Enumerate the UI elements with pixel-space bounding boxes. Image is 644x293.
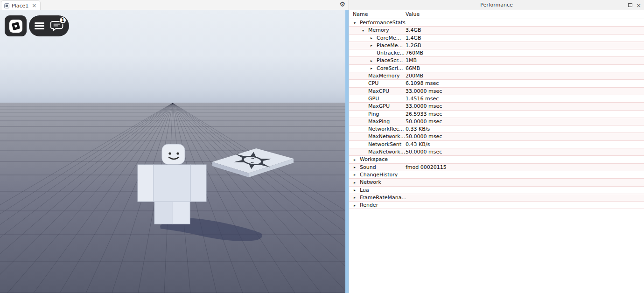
row-name: MaxNetwork... <box>368 149 405 155</box>
row-name: CoreMe... <box>377 35 401 41</box>
table-row[interactable]: ▾Memory3.4GB <box>349 27 644 34</box>
place-file-icon <box>4 3 9 8</box>
panel-title: Performance <box>480 2 513 8</box>
column-header-value[interactable]: Value <box>406 11 420 17</box>
row-name: MaxMemory <box>368 73 399 79</box>
row-name: MaxGPU <box>368 103 390 109</box>
roblox-home-button[interactable] <box>5 15 27 36</box>
row-name: NetworkRec... <box>368 126 404 132</box>
gear-icon[interactable]: ⚙ <box>339 0 345 8</box>
row-name: PlaceMe... <box>377 42 403 49</box>
row-value: 50.0000 msec <box>406 118 442 125</box>
row-name: MaxCPU <box>368 88 389 94</box>
table-row[interactable]: MaxGPU33.0000 msec <box>349 103 644 110</box>
chevron-right-icon[interactable]: ▸ <box>354 202 360 209</box>
menu-icon[interactable] <box>35 22 44 29</box>
table-row[interactable]: Untracke...760MB <box>349 49 644 57</box>
panel-titlebar[interactable]: Performance × <box>349 0 644 10</box>
chevron-right-icon[interactable]: ▸ <box>371 65 377 72</box>
row-name: CoreScri... <box>377 65 403 71</box>
game-viewport[interactable]: 1 <box>0 10 345 293</box>
row-value: 3.4GB <box>406 27 421 34</box>
table-row[interactable]: ▸PlaceMe...1.2GB <box>349 42 644 49</box>
row-name: PerformanceStats <box>360 20 406 26</box>
scene-graphics <box>0 10 345 293</box>
row-name: MaxNetwork... <box>368 133 405 140</box>
row-value: 1.2GB <box>406 42 421 49</box>
row-value: 0.43 KB/s <box>406 141 430 148</box>
menu-pill[interactable]: 1 <box>29 15 69 36</box>
row-value: 6.1098 msec <box>406 80 439 87</box>
row-value: 33.0000 msec <box>406 88 442 95</box>
row-value: 33.0000 msec <box>406 103 442 110</box>
row-value: 1.4GB <box>406 35 421 42</box>
row-name: Memory <box>368 27 389 33</box>
tab-bar: Place1 × ⚙ <box>0 0 349 10</box>
chat-button[interactable]: 1 <box>50 21 63 31</box>
table-row[interactable]: ▸Soundfmod 00020115 <box>349 164 644 171</box>
chevron-down-icon[interactable]: ▾ <box>354 20 360 27</box>
table-header: Name Value <box>349 10 644 19</box>
row-name: NetworkSent <box>368 141 401 147</box>
table-row[interactable]: ▾PerformanceStats <box>349 19 644 27</box>
tab-label: Place1 <box>12 3 28 9</box>
table-row[interactable]: MaxMemory200MB <box>349 72 644 80</box>
chevron-right-icon[interactable]: ▸ <box>354 164 360 171</box>
table-row[interactable]: NetworkRec...0.33 KB/s <box>349 126 644 133</box>
table-row[interactable]: NetworkSent0.43 KB/s <box>349 141 644 148</box>
table-row[interactable]: MaxNetwork...50.0000 msec <box>349 133 644 140</box>
chevron-right-icon[interactable]: ▸ <box>354 187 360 194</box>
chevron-right-icon[interactable]: ▸ <box>354 171 360 178</box>
table-row[interactable]: Ping26.5933 msec <box>349 111 644 118</box>
row-name: CPU <box>368 80 378 86</box>
table-row[interactable]: MaxPing50.0000 msec <box>349 118 644 126</box>
row-value: 1MB <box>406 57 417 64</box>
row-name: PlaceScr... <box>377 57 403 63</box>
table-row[interactable]: ▸CoreMe...1.4GB <box>349 35 644 42</box>
table-row[interactable]: ▸Workspace <box>349 156 644 163</box>
row-value: 1.4516 msec <box>406 95 439 102</box>
chevron-right-icon[interactable]: ▸ <box>371 57 377 64</box>
row-name: Untracke... <box>377 50 405 56</box>
row-name: Workspace <box>360 156 388 162</box>
performance-panel: Performance × Name Value ▾PerformanceSta… <box>349 0 644 293</box>
table-row[interactable]: CPU6.1098 msec <box>349 80 644 87</box>
tab-close-icon[interactable]: × <box>32 3 36 8</box>
row-value: 760MB <box>406 49 423 56</box>
column-divider[interactable] <box>403 10 403 19</box>
close-icon[interactable]: × <box>636 2 641 8</box>
table-row[interactable]: ▸PlaceScr...1MB <box>349 57 644 64</box>
viewport-panel-divider[interactable] <box>345 10 349 293</box>
table-row[interactable]: GPU1.4516 msec <box>349 95 644 103</box>
table-row[interactable]: ▸Network <box>349 179 644 186</box>
table-row[interactable]: ▸Render <box>349 202 644 209</box>
row-value: 0.33 KB/s <box>406 126 430 133</box>
player-character <box>138 144 206 224</box>
row-value: 50.0000 msec <box>406 148 442 155</box>
row-value: 26.5933 msec <box>406 111 442 118</box>
chevron-right-icon[interactable]: ▸ <box>371 35 377 42</box>
row-name: Ping <box>368 111 379 117</box>
row-name: Network <box>360 179 381 185</box>
table-row[interactable]: ▸FrameRateMana... <box>349 194 644 202</box>
row-name: FrameRateMana... <box>360 195 406 201</box>
spawn-platform <box>212 148 294 177</box>
column-header-name[interactable]: Name <box>353 11 368 17</box>
table-row[interactable]: MaxNetwork...50.0000 msec <box>349 148 644 156</box>
table-row[interactable]: ▸Lua <box>349 187 644 194</box>
float-window-icon[interactable] <box>628 3 632 7</box>
row-value: 200MB <box>406 72 423 79</box>
chevron-down-icon[interactable]: ▾ <box>362 27 368 34</box>
row-value: 66MB <box>406 65 420 72</box>
chevron-right-icon[interactable]: ▸ <box>354 156 360 163</box>
chevron-right-icon[interactable]: ▸ <box>354 179 360 186</box>
table-row[interactable]: ▸ChangeHistory <box>349 171 644 179</box>
row-name: Sound <box>360 164 376 170</box>
table-row[interactable]: ▸CoreScri...66MB <box>349 65 644 72</box>
tab-place1[interactable]: Place1 × <box>1 0 41 10</box>
performance-rows: ▾PerformanceStats▾Memory3.4GB▸CoreMe...1… <box>349 19 644 209</box>
chevron-right-icon[interactable]: ▸ <box>354 194 360 201</box>
chevron-right-icon[interactable]: ▸ <box>371 42 377 49</box>
table-row[interactable]: MaxCPU33.0000 msec <box>349 88 644 95</box>
row-name: MaxPing <box>368 119 390 125</box>
